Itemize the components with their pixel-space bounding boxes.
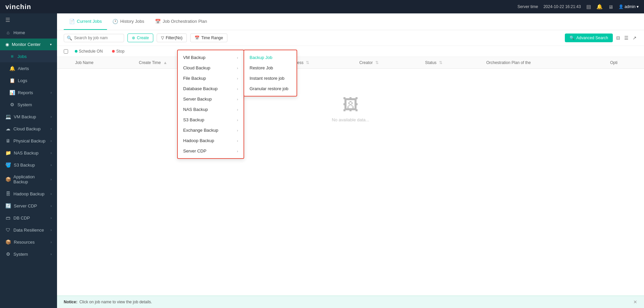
sidebar-item-system[interactable]: ⚙ System ›: [0, 248, 57, 260]
sub-dropdown-item-restore-job[interactable]: Restore Job: [244, 63, 297, 73]
hadoop-backup-chevron: ›: [51, 192, 52, 196]
select-all-checkbox[interactable]: [64, 49, 68, 54]
sidebar-item-jobs[interactable]: ≡ Jobs: [0, 50, 57, 62]
resources-icon: 📦: [5, 239, 11, 245]
sidebar-item-db-cdp[interactable]: 🗃 DB CDP ›: [0, 212, 57, 224]
sub-dropdown: Backup Job Restore Job Instant restore j…: [244, 50, 297, 97]
stop-label: Stop: [116, 49, 124, 54]
sidebar-item-logs[interactable]: 📋 Logs: [0, 74, 57, 86]
sidebar-item-physical-backup[interactable]: 🖥 Physical Backup ›: [0, 135, 57, 147]
sidebar-toggle[interactable]: ☰: [0, 13, 57, 26]
list-icon[interactable]: ▤: [586, 4, 591, 10]
dropdown-item-nas-backup[interactable]: NAS Backup ›: [178, 104, 244, 115]
sidebar-item-nas-backup[interactable]: 📁 NAS Backup ›: [0, 147, 57, 159]
notice-text: Click on job name to view the job detail…: [79, 300, 152, 304]
create-dropdown: VM Backup › Cloud Backup › File Backup ›…: [177, 50, 244, 159]
col-job-name[interactable]: Job Name: [70, 57, 134, 69]
dropdown-item-vm-backup[interactable]: VM Backup ›: [178, 52, 244, 63]
sidebar-item-system-monitor[interactable]: ⚙ System: [0, 99, 57, 111]
col-opti[interactable]: Opti: [605, 57, 644, 69]
export-icon[interactable]: ↗: [632, 35, 637, 41]
tab-orchestration-label: Job Orchestration Plan: [163, 19, 207, 24]
dropdown-label-hadoop-backup: Hadoop Backup: [183, 138, 214, 143]
notice-close-icon[interactable]: ✕: [633, 299, 637, 305]
list-view-icon[interactable]: ☰: [624, 35, 629, 41]
col-status[interactable]: Status ⇅: [420, 57, 481, 69]
filter-button[interactable]: ▽ Filter(No): [157, 34, 187, 42]
filter-label: Filter(No): [166, 36, 182, 40]
dropdown-label-database-backup: Database Backup: [183, 86, 218, 91]
sidebar-item-monitor-center[interactable]: ◉ Monitor Center ▾: [0, 39, 57, 50]
dropdown-label-s3-backup: S3 Backup: [183, 117, 204, 122]
stop-button[interactable]: Stop: [109, 48, 127, 55]
sidebar-label-alerts: Alerts: [18, 66, 29, 71]
tab-current-jobs[interactable]: 📄 Current Jobs: [64, 13, 107, 30]
dropdown-item-exchange-backup[interactable]: Exchange Backup ›: [178, 125, 244, 135]
monitor-icon[interactable]: 🖥: [608, 4, 613, 10]
bell-icon[interactable]: 🔔: [596, 4, 603, 10]
sidebar-item-cloud-backup[interactable]: ☁ Cloud Backup ›: [0, 123, 57, 135]
dropdown-label-nas-backup: NAS Backup: [183, 107, 208, 112]
nas-backup-arrow: ›: [237, 108, 238, 112]
sidebar-label-hadoop-backup: Hadoop Backup: [13, 191, 45, 196]
db-cdp-chevron: ›: [51, 216, 52, 220]
dropdown-item-file-backup[interactable]: File Backup ›: [178, 73, 244, 83]
sidebar-item-hadoop-backup[interactable]: 🗄 Hadoop Backup ›: [0, 188, 57, 200]
sidebar-item-application-backup[interactable]: 📦 Application Backup ›: [0, 171, 57, 188]
time-range-button[interactable]: 📅 Time Range: [190, 34, 227, 42]
create-button[interactable]: ⊕ Create: [127, 34, 153, 42]
dropdown-item-server-cdp[interactable]: Server CDP ›: [178, 146, 244, 156]
sidebar-item-server-cdp[interactable]: 🔄 Server CDP ›: [0, 200, 57, 212]
dropdown-label-file-backup: File Backup: [183, 76, 206, 81]
sub-dropdown-item-instant-restore[interactable]: Instant restore job: [244, 73, 297, 83]
advanced-search-icon: 🔍: [570, 36, 575, 40]
sidebar-label-server-cdp: Server CDP: [14, 203, 37, 208]
physical-backup-chevron: ›: [51, 139, 52, 143]
col-checkbox: [57, 57, 70, 69]
vm-backup-icon: 💻: [5, 114, 11, 119]
nas-backup-chevron: ›: [51, 151, 52, 155]
user-menu[interactable]: 👤 admin ▾: [619, 4, 639, 9]
table-header-row: Job Name Create Time ▲ Speed ⇅ Progress: [57, 57, 644, 69]
current-jobs-tab-icon: 📄: [69, 19, 75, 24]
sub-dropdown-item-granular-restore[interactable]: Granular restore job: [244, 83, 297, 94]
sidebar-item-alerts[interactable]: 🔔 Alerts: [0, 62, 57, 74]
tab-job-orchestration-plan[interactable]: 📅 Job Orchestration Plan: [150, 13, 212, 30]
sidebar-item-data-resilience[interactable]: 🛡 Data Resilience ›: [0, 224, 57, 236]
tab-history-jobs[interactable]: 🕐 History Jobs: [107, 13, 150, 30]
notice-label: Notice:: [64, 300, 77, 304]
create-plus-icon: ⊕: [132, 36, 135, 40]
sort-create-time-icon: ▲: [163, 60, 167, 65]
col-creator[interactable]: Creator ⇅: [355, 57, 420, 69]
jobs-table: Job Name Create Time ▲ Speed ⇅ Progress: [57, 57, 644, 149]
sidebar-item-resources[interactable]: 📦 Resources ›: [0, 236, 57, 248]
sidebar-item-reports[interactable]: 📊 Reports ›: [0, 86, 57, 99]
schedule-on-button[interactable]: Schedule ON: [72, 48, 105, 55]
application-backup-chevron: ›: [51, 178, 52, 181]
system-chevron: ›: [51, 252, 52, 256]
empty-state-text: No available data...: [332, 117, 369, 122]
dropdown-item-s3-backup[interactable]: S3 Backup ›: [178, 115, 244, 125]
server-cdp-arrow: ›: [237, 149, 238, 153]
server-cdp-icon: 🔄: [5, 203, 11, 208]
sidebar-label-system-monitor: System: [17, 102, 32, 107]
dropdown-item-hadoop-backup[interactable]: Hadoop Backup ›: [178, 135, 244, 146]
sidebar-item-s3-backup[interactable]: 🪣 S3 Backup ›: [0, 159, 57, 171]
col-orchestration[interactable]: Orchestration Plan of the: [482, 57, 605, 69]
search-input[interactable]: [74, 36, 121, 40]
dropdown-item-server-backup[interactable]: Server Backup ›: [178, 94, 244, 104]
dropdown-item-cloud-backup[interactable]: Cloud Backup ›: [178, 63, 244, 73]
hadoop-backup-icon: 🗄: [5, 191, 11, 196]
vm-backup-chevron: ›: [51, 115, 52, 119]
sub-dropdown-item-backup-job[interactable]: Backup Job: [244, 52, 297, 63]
column-settings-icon[interactable]: ⊟: [615, 35, 621, 41]
logs-icon: 📋: [9, 78, 15, 83]
time-range-label: Time Range: [201, 36, 223, 40]
calendar-icon: 📅: [195, 36, 200, 40]
database-backup-arrow: ›: [237, 87, 238, 91]
sidebar-item-home[interactable]: ⌂ Home: [0, 26, 57, 39]
sidebar-item-vm-backup[interactable]: 💻 VM Backup ›: [0, 111, 57, 123]
advanced-search-button[interactable]: 🔍 Advanced Search: [565, 34, 613, 42]
dropdown-item-database-backup[interactable]: Database Backup ›: [178, 83, 244, 94]
search-box: 🔍: [64, 34, 124, 42]
